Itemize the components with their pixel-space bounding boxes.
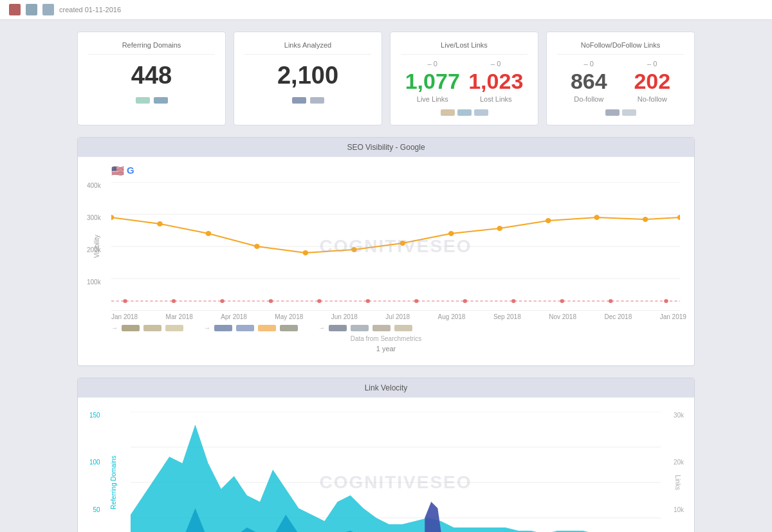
nofollow-delta: – 0 <box>621 60 685 68</box>
seo-y-axis: 400k 300k 200k 100k <box>87 182 101 311</box>
x-label-jan2019: Jan 2019 <box>660 313 686 320</box>
svg-point-18 <box>111 215 114 220</box>
legend-box-9 <box>351 325 369 331</box>
nofollow-card: NoFollow/DoFollow Links – 0 864 Do-follo… <box>546 32 695 125</box>
lv-y-right: 30k 20k 10k <box>671 412 686 532</box>
x-label-nov2018: Nov 2018 <box>549 313 576 320</box>
lv-y-left: 150 100 50 <box>86 412 104 532</box>
live-lost-title: Live/Lost Links <box>401 41 528 55</box>
svg-point-9 <box>269 299 273 303</box>
svg-point-22 <box>303 250 309 255</box>
live-delta: – 0 <box>401 60 464 68</box>
x-label-dec2018: Dec 2018 <box>604 313 632 320</box>
x-label-sep2018: Sep 2018 <box>493 313 521 320</box>
svg-point-16 <box>609 299 612 303</box>
svg-point-26 <box>497 226 502 231</box>
svg-point-21 <box>254 244 260 249</box>
links-analyzed-title: Links Analyzed <box>244 41 371 55</box>
svg-point-25 <box>448 231 454 236</box>
lost-delta: – 0 <box>464 60 528 68</box>
chart-flags: 🇺🇸 G <box>86 165 686 177</box>
referring-domains-value: 448 <box>88 62 215 89</box>
svg-point-30 <box>677 215 680 220</box>
svg-point-14 <box>511 299 515 303</box>
live-links-col: – 0 1,077 Live Links <box>401 60 464 103</box>
swatch-nf-1 <box>605 109 620 116</box>
dofollow-col: – 0 864 Do-follow <box>557 60 621 103</box>
svg-point-28 <box>594 215 600 220</box>
links-analyzed-swatches <box>244 97 371 104</box>
svg-point-15 <box>560 299 564 303</box>
svg-point-24 <box>400 241 405 246</box>
legend-box-10 <box>372 325 391 331</box>
live-lost-swatches <box>401 109 528 116</box>
swatch-3 <box>42 4 54 15</box>
link-velocity-panel: Link Velocity 150 100 50 Referring Domai… <box>77 378 695 532</box>
link-velocity-title: Link Velocity <box>78 378 694 398</box>
seo-chart-wrapper: Visibility COGNITIVESEO <box>111 182 680 311</box>
nofollow-label: No-follow <box>621 95 685 103</box>
swatch-1 <box>9 4 21 15</box>
lv-chart-wrapper: 150 100 50 Referring Domains 30k 20k 10k <box>131 412 661 532</box>
x-label-mar2018: Mar 2018 <box>166 313 193 320</box>
x-label-jul2018: Jul 2018 <box>385 313 410 320</box>
seo-x-labels: Jan 2018 Mar 2018 Apr 2018 May 2018 Jun … <box>86 311 686 320</box>
link-velocity-body: 150 100 50 Referring Domains 30k 20k 10k <box>78 398 694 532</box>
swatch-rd-1 <box>136 97 150 104</box>
x-label-may2018: May 2018 <box>275 313 303 320</box>
legend-arrow-2: → <box>204 324 210 331</box>
legend-arrow-1: → <box>111 324 118 331</box>
dofollow-delta: – 0 <box>557 60 621 68</box>
google-g-icon: G <box>127 165 134 177</box>
svg-point-12 <box>414 299 418 303</box>
legend-box-6 <box>258 325 276 331</box>
period-label: 1 year <box>86 344 686 358</box>
svg-point-8 <box>220 299 224 303</box>
x-label-jan2018: Jan 2018 <box>111 313 138 320</box>
lv-y-right-label: Links <box>674 475 681 490</box>
nofollow-title: NoFollow/DoFollow Links <box>557 41 684 55</box>
lv-chart-svg <box>131 412 661 532</box>
svg-point-6 <box>123 299 127 303</box>
live-lost-body: – 0 1,077 Live Links – 0 1,023 Lost Link… <box>401 60 528 103</box>
lost-label: Lost Links <box>464 95 528 103</box>
live-lost-card: Live/Lost Links – 0 1,077 Live Links – 0… <box>390 32 538 125</box>
x-label-jun2018: Jun 2018 <box>331 313 358 320</box>
swatch-rd-2 <box>154 97 168 104</box>
lost-value: 1,023 <box>464 69 528 94</box>
legend-box-4 <box>214 325 232 331</box>
svg-point-27 <box>546 218 551 223</box>
links-analyzed-card: Links Analyzed 2,100 <box>234 32 382 125</box>
svg-marker-37 <box>131 425 661 532</box>
svg-point-7 <box>172 299 176 303</box>
live-label: Live Links <box>401 95 464 103</box>
referring-domains-card: Referring Domains 448 <box>77 32 226 125</box>
nofollow-body: – 0 864 Do-follow – 0 202 No-follow <box>557 60 684 103</box>
live-value: 1,077 <box>401 69 464 94</box>
stats-row: Referring Domains 448 Links Analyzed 2,1… <box>77 32 695 125</box>
svg-point-10 <box>317 299 321 303</box>
legend-box-2 <box>143 325 161 331</box>
legend-box-7 <box>280 325 298 331</box>
svg-point-29 <box>643 217 648 222</box>
nofollow-col: – 0 202 No-follow <box>621 60 685 103</box>
lost-links-col: – 0 1,023 Lost Links <box>464 60 528 103</box>
svg-point-11 <box>366 299 370 303</box>
seo-panel-title: SEO Visibility - Google <box>78 138 694 157</box>
legend-arrow-3: → <box>318 324 325 331</box>
x-label-aug2018: Aug 2018 <box>438 313 466 320</box>
svg-point-13 <box>463 299 467 303</box>
main-content: Referring Domains 448 Links Analyzed 2,1… <box>0 20 772 532</box>
legend-box-8 <box>329 325 347 331</box>
top-bar: created 01-11-2016 <box>0 0 772 20</box>
nofollow-swatches <box>557 109 684 116</box>
swatch-ll-2 <box>457 109 472 116</box>
lv-y-left-label: Referring Domains <box>110 455 117 509</box>
seo-chart-svg <box>111 182 680 311</box>
swatch-nf-2 <box>622 109 636 116</box>
svg-point-20 <box>206 231 212 236</box>
dofollow-value: 864 <box>557 69 621 94</box>
nofollow-value: 202 <box>621 69 685 94</box>
links-analyzed-value: 2,100 <box>244 62 371 89</box>
x-label-apr2018: Apr 2018 <box>221 313 247 320</box>
